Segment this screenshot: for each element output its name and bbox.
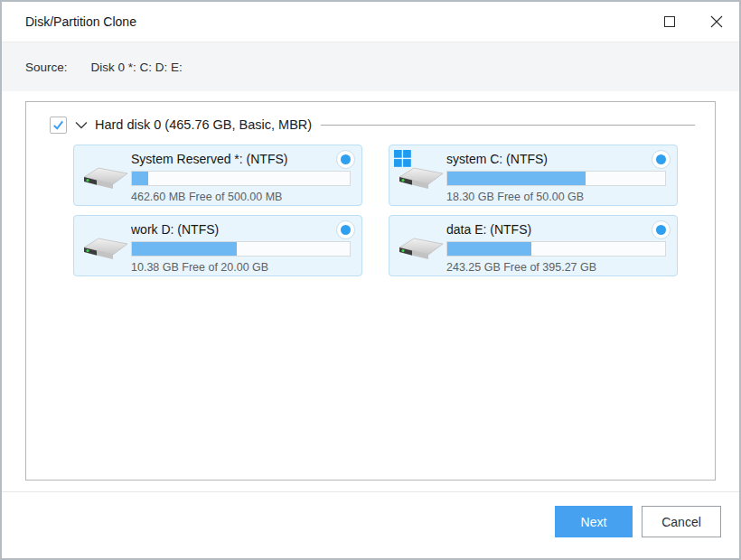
partition-card[interactable]: data E: (NTFS) 243.25 GB Free of 395.27 … (389, 215, 678, 276)
disk-panel: Hard disk 0 (465.76 GB, Basic, MBR) Syst… (25, 101, 716, 481)
close-icon (710, 15, 723, 28)
selected-radio-icon (341, 225, 351, 235)
partition-free-text: 10.38 GB Free of 20.00 GB (131, 261, 351, 274)
usage-bar-fill (132, 242, 237, 256)
usage-bar (131, 171, 351, 186)
maximize-button[interactable] (656, 8, 683, 35)
partition-list: System Reserved *: (NTFS) 462.60 MB Free… (73, 145, 678, 276)
selected-radio-icon (656, 225, 666, 235)
title-bar: Disk/Partition Clone (2, 2, 739, 42)
hard-drive-icon (398, 235, 443, 264)
partition-free-text: 243.25 GB Free of 395.27 GB (446, 261, 666, 274)
hard-drive-icon (82, 235, 127, 264)
hard-drive-icon (82, 164, 127, 193)
usage-bar-fill (447, 172, 586, 185)
partition-free-text: 462.60 MB Free of 500.00 MB (131, 191, 351, 203)
partition-free-text: 18.30 GB Free of 50.00 GB (446, 191, 666, 203)
chevron-down-icon[interactable] (75, 121, 88, 129)
partition-selected-radio[interactable] (652, 220, 671, 239)
window-controls (656, 2, 730, 42)
window-title: Disk/Partition Clone (25, 14, 136, 29)
partition-info: work D: (NTFS) 10.38 GB Free of 20.00 GB (131, 222, 351, 274)
partition-selected-radio[interactable] (652, 150, 671, 169)
partition-info: data E: (NTFS) 243.25 GB Free of 395.27 … (446, 222, 666, 274)
source-value: Disk 0 *: C: D: E: (91, 61, 183, 74)
selected-radio-icon (341, 154, 351, 164)
source-label: Source: (25, 61, 68, 74)
usage-bar (131, 241, 351, 257)
usage-bar-fill (132, 172, 148, 185)
dialog-window: Disk/Partition Clone Source: Disk 0 *: C… (0, 0, 741, 560)
usage-bar-fill (447, 242, 531, 256)
next-button[interactable]: Next (555, 506, 633, 537)
disk-checkbox[interactable] (50, 117, 67, 134)
partition-card[interactable]: System Reserved *: (NTFS) 462.60 MB Free… (73, 145, 362, 206)
disk-title: Hard disk 0 (465.76 GB, Basic, MBR) (95, 117, 312, 132)
header-rule (321, 125, 695, 126)
partition-selected-radio[interactable] (336, 150, 355, 169)
partition-info: system C: (NTFS) 18.30 GB Free of 50.00 … (446, 152, 666, 203)
partition-card[interactable]: work D: (NTFS) 10.38 GB Free of 20.00 GB (73, 215, 362, 276)
source-bar: Source: Disk 0 *: C: D: E: (2, 42, 739, 91)
usage-bar (446, 171, 666, 186)
partition-selected-radio[interactable] (336, 220, 355, 239)
usage-bar (446, 241, 666, 257)
footer-divider (2, 491, 739, 492)
maximize-icon (664, 16, 675, 27)
disk-header: Hard disk 0 (465.76 GB, Basic, MBR) (50, 115, 715, 135)
close-button[interactable] (703, 8, 730, 35)
partition-info: System Reserved *: (NTFS) 462.60 MB Free… (131, 152, 351, 203)
partition-name: work D: (NTFS) (131, 222, 351, 237)
partition-card[interactable]: system C: (NTFS) 18.30 GB Free of 50.00 … (389, 145, 678, 206)
partition-name: system C: (NTFS) (446, 152, 666, 166)
checked-checkbox-icon (52, 118, 65, 132)
partition-name: System Reserved *: (NTFS) (131, 152, 351, 166)
windows-logo-icon (394, 150, 411, 167)
selected-radio-icon (656, 154, 666, 164)
cancel-button[interactable]: Cancel (642, 506, 721, 537)
hard-drive-icon (398, 164, 443, 193)
partition-name: data E: (NTFS) (446, 222, 666, 237)
